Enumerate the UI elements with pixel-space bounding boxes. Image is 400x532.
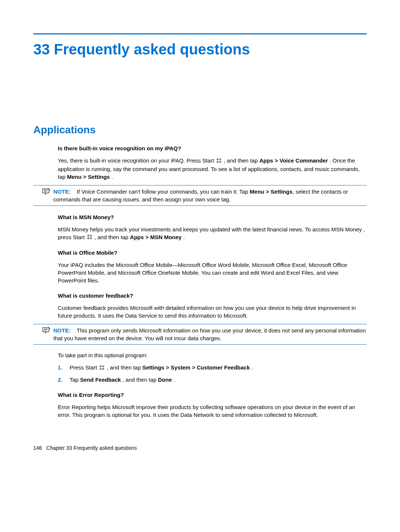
text: , and then tap [224,157,259,164]
svg-rect-4 [87,235,89,237]
faq-q5-answer: Error Reporting helps Microsoft improve … [33,403,367,419]
svg-rect-3 [219,161,221,163]
chapter-rule [33,33,367,34]
svg-rect-7 [90,237,92,239]
windows-start-icon [99,364,104,372]
text: , and then tap [94,234,130,240]
menu-path: Settings > System > Customer Feedback [142,364,250,371]
faq-q2-question: What is MSN Money? [33,213,367,221]
svg-rect-10 [100,368,101,370]
text: , and then tap [107,364,143,371]
ui-label: Done [158,377,172,383]
faq-q1-answer: Yes, there is built-in voice recognition… [33,157,367,181]
footer-chapter-label: Chapter 33 Frequently asked questions [46,445,137,451]
chapter-title: 33 Frequently asked questions [33,39,367,60]
windows-start-icon [216,157,221,165]
text: Yes, there is built-in voice recognition… [58,157,216,164]
faq-q2-answer: MSN Money helps you track your investmen… [33,225,367,242]
note-box: NOTE: If Voice Commander can't follow yo… [33,185,367,206]
faq-q3-question: What is Office Mobile? [33,249,367,257]
svg-rect-2 [217,161,219,163]
note-icon [33,327,50,334]
text: If Voice Commander can't follow your com… [77,188,250,195]
note-box: NOTE: This program only sends Microsoft … [33,324,367,345]
menu-path: Apps > MSN Money [130,234,182,240]
note-label: NOTE: [53,188,71,195]
text: . [183,234,185,240]
step-1: 1. Press Start , and then tap Settings >… [58,364,367,372]
faq-q1-question: Is there built-in voice recognition on m… [33,144,367,152]
menu-path: Menu > Settings [250,188,292,195]
svg-rect-1 [219,158,221,160]
svg-rect-0 [217,158,219,160]
note-label: NOTE: [53,327,71,334]
faq-q4-answer: Customer feedback provides Microsoft wit… [33,304,367,319]
section-applications-title: Applications [33,123,367,137]
windows-start-icon [87,234,92,241]
step-number: 2. [58,376,65,384]
menu-path: Menu > Settings [67,174,110,180]
step-number: 1. [58,364,65,372]
spacer [72,327,77,334]
faq-q3-answer: Your iPAQ includes the Microsoft Office … [33,261,367,284]
text: Press Start [70,364,99,371]
note-body-text: This program only sends Microsoft inform… [53,327,366,341]
page-footer: 146 Chapter 33 Frequently asked question… [33,445,367,452]
svg-rect-9 [102,365,104,367]
steps-intro: To take part in this optional program: [33,351,367,359]
svg-rect-5 [90,235,92,237]
text: . [251,364,253,371]
svg-rect-6 [87,237,89,239]
step-2: 2. Tap Send Feedback , and then tap Done… [58,376,367,384]
faq-q4-question: What is customer feedback? [33,292,367,300]
menu-path: Apps > Voice Commander [259,157,328,164]
note-body-text [72,188,77,195]
ui-label: Send Feedback [80,377,121,383]
step-list: 1. Press Start , and then tap Settings >… [33,364,367,384]
faq-q5-question: What is Error Reporting? [33,391,367,399]
svg-rect-8 [100,365,101,367]
text: Tap [70,377,80,383]
page-number: 146 [33,445,42,451]
note-icon [33,188,50,195]
text: , and then tap [123,377,158,383]
text: . [173,377,175,383]
svg-rect-11 [102,368,104,370]
text: . [111,174,113,180]
